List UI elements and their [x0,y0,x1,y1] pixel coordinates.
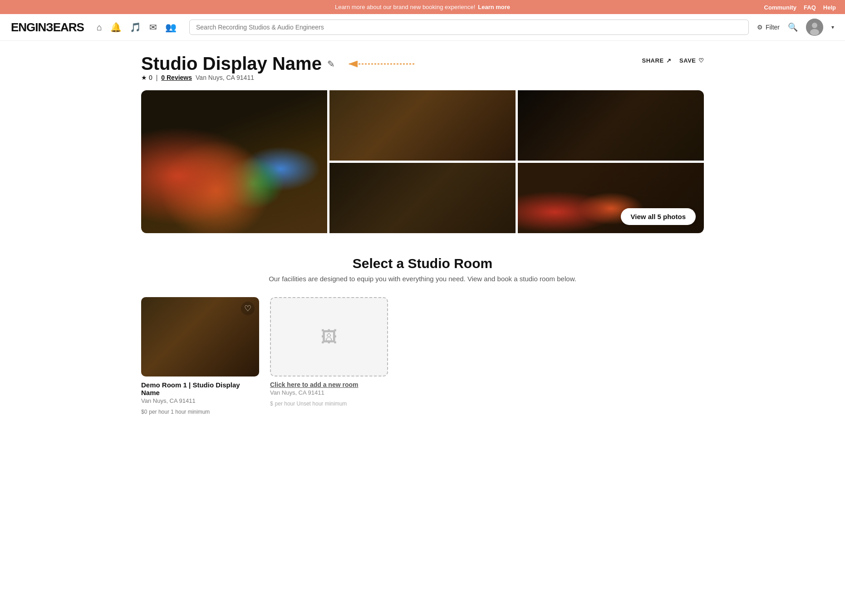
save-label: SAVE [679,57,696,64]
banner-learn-more[interactable]: Learn more [478,4,510,10]
svg-point-2 [810,29,819,35]
dropdown-arrow-icon[interactable]: ▾ [831,24,834,30]
arrow-svg [344,57,417,71]
community-link[interactable]: Community [764,4,797,10]
home-icon[interactable]: ⌂ [97,22,102,33]
room-price-value: $0 [141,409,147,415]
music-file-icon[interactable]: 🎵 [130,22,141,33]
select-room-subtitle: Our facilities are designed to equip you… [141,275,704,283]
view-all-photos-button[interactable]: View all 5 photos [621,208,696,225]
select-room-title: Select a Studio Room [141,256,704,271]
room-cards: ♡ Demo Room 1 | Studio Display Name Van … [141,297,704,415]
image-placeholder-icon: 🖼 [321,328,337,347]
add-room-label[interactable]: Click here to add a new room [270,381,388,388]
photo-grid: View all 5 photos [141,90,704,233]
photo-main[interactable] [141,90,327,233]
heart-icon: ♡ [698,57,704,64]
add-room-location: Van Nuys, CA 91411 [270,389,388,396]
filter-button[interactable]: ⚙ Filter [757,24,780,31]
share-icon: ↗ [666,57,672,64]
add-room-price-value: $ [270,401,273,407]
room-price-unit: per hour [149,409,171,415]
arrow-annotation [344,57,417,71]
room-card-1[interactable]: ♡ Demo Room 1 | Studio Display Name Van … [141,297,259,415]
star-rating: ★ 0 [141,74,152,81]
separator: | [156,74,158,81]
avatar[interactable] [806,19,823,36]
page-content: Studio Display Name ✎ ★ 0 | [128,41,717,442]
avatar-image [806,19,823,36]
add-room-card[interactable]: 🖼 Click here to add a new room Van Nuys,… [270,297,388,407]
studio-title-row: Studio Display Name ✎ [141,54,417,74]
faq-link[interactable]: FAQ [804,4,816,10]
studio-title: Studio Display Name [141,54,322,74]
search-bar [189,20,749,35]
add-room-price-min: Unset hour minimum [297,401,347,407]
photo-top-right[interactable] [329,90,516,161]
search-icon-button[interactable]: 🔍 [788,22,798,32]
select-room-section: Select a Studio Room Our facilities are … [141,256,704,283]
add-room-price: $ per hour Unset hour minimum [270,400,388,407]
add-room-box: 🖼 [270,297,388,376]
room-price-min: 1 hour minimum [171,409,210,415]
header-actions: SHARE ↗ SAVE ♡ [642,54,704,64]
top-banner: Learn more about our brand new booking e… [0,0,845,14]
filter-icon: ⚙ [757,24,763,31]
room-card-1-name: Demo Room 1 | Studio Display Name [141,381,259,396]
banner-nav: Community FAQ Help [764,4,836,10]
banner-main-text: Learn more about our brand new booking e… [335,4,475,10]
edit-icon[interactable]: ✎ [327,59,335,69]
photo-br-bg [518,90,704,161]
reviews-link[interactable]: 0 Reviews [161,74,192,81]
share-button[interactable]: SHARE ↗ [642,57,672,64]
logo: ENGINЗEARS [11,20,84,34]
save-button[interactable]: SAVE ♡ [679,57,704,64]
svg-point-1 [812,23,817,28]
share-label: SHARE [642,57,664,64]
search-input[interactable] [196,24,742,31]
studio-header: Studio Display Name ✎ ★ 0 | [141,54,704,88]
mail-icon[interactable]: ✉ [149,22,157,33]
group-icon[interactable]: 👥 [165,22,177,33]
studio-meta: ★ 0 | 0 Reviews Van Nuys, CA 91411 [141,74,417,81]
photo-bottom-mid[interactable] [329,163,516,233]
room-card-1-image: ♡ [141,297,259,376]
room-card-1-price: $0 per hour 1 hour minimum [141,408,259,415]
help-link[interactable]: Help [823,4,836,10]
bell-icon[interactable]: 🔔 [110,22,122,33]
photo-bottom-right[interactable]: View all 5 photos [518,163,704,233]
header: ENGINЗEARS ⌂ 🔔 🎵 ✉ 👥 ⚙ Filter 🔍 ▾ [0,14,845,41]
room-name-text: Demo Room 1 [141,381,187,389]
room-card-1-location: Van Nuys, CA 91411 [141,397,259,404]
filter-label: Filter [766,24,780,31]
add-room-price-unit: per hour [275,401,297,407]
photo-ml-bg [329,163,516,233]
room-card-1-heart-icon[interactable]: ♡ [241,302,255,315]
nav-icons: ⌂ 🔔 🎵 ✉ 👥 [97,22,177,33]
photo-main-bg [141,90,327,233]
photo-tr-bg [329,90,516,161]
photo-top-far-right[interactable] [518,90,704,161]
studio-location: Van Nuys, CA 91411 [196,74,254,81]
